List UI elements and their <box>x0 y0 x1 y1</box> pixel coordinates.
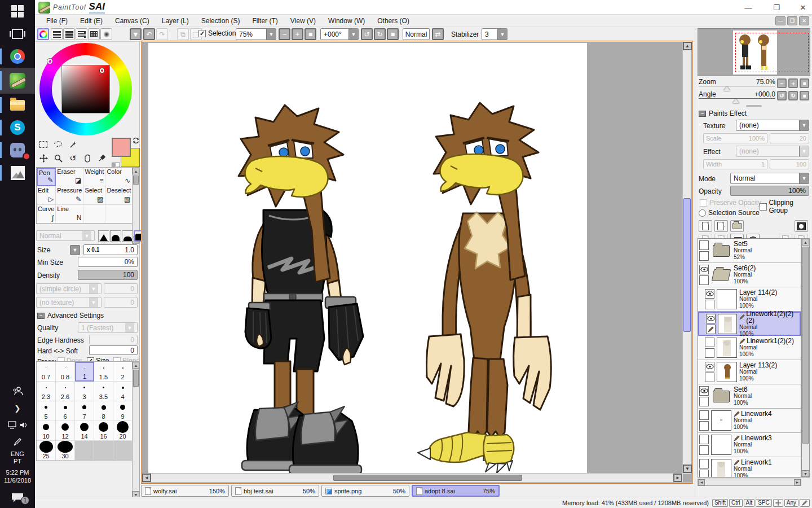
navigator[interactable] <box>698 28 810 76</box>
swatches-toggle[interactable] <box>88 28 100 40</box>
layer-set-Set62[interactable]: Set6(2)Normal100% <box>698 263 801 287</box>
zoom-slider[interactable] <box>699 86 775 86</box>
foreground-color-swatch[interactable] <box>112 138 131 157</box>
brush-size-25[interactable]: 25 <box>37 441 56 461</box>
chevron-down-icon[interactable]: ▼ <box>799 120 809 130</box>
layer-checkbox[interactable] <box>699 421 709 431</box>
doc-tab-bbj-test-sai[interactable]: bbj test.sai50% <box>231 485 319 497</box>
brush-size-4[interactable]: 4 <box>113 382 133 401</box>
size-bar[interactable]: x 0.1 1.0 <box>83 244 138 255</box>
tool-pen[interactable]: Pen✎ <box>37 168 56 186</box>
zoom-tool[interactable] <box>51 151 65 165</box>
brush-size-16[interactable]: 16 <box>94 421 113 441</box>
rgb-slider-toggle[interactable] <box>51 28 63 40</box>
lasso-tool[interactable] <box>51 138 65 151</box>
advanced-settings-header[interactable]: − Advanced Settings <box>37 312 104 319</box>
taskbar-discord[interactable] <box>0 139 35 161</box>
tip-sharp-button[interactable] <box>98 230 109 242</box>
panel-grip[interactable] <box>746 105 762 107</box>
zoom-combo[interactable]: 75% ▼ <box>236 28 276 40</box>
brush-size-5[interactable]: 5 <box>37 401 56 421</box>
tool-eraser[interactable]: Eraser◪ <box>56 168 83 186</box>
flip-horizontal-button[interactable]: ⇄ <box>432 28 444 40</box>
brush-size-1.5[interactable]: 1.5 <box>94 362 113 382</box>
nav-zoom-out-button[interactable]: − <box>777 78 787 88</box>
layer-visibility-checkbox[interactable] <box>705 362 714 371</box>
menu-layer[interactable]: Layer (L) <box>156 16 195 26</box>
task-view-button[interactable] <box>0 23 35 45</box>
scratchpad-toggle[interactable] <box>100 28 112 40</box>
menu-selection[interactable]: Selection (S) <box>196 16 246 26</box>
key-move-icon[interactable] <box>773 499 783 507</box>
language-indicator[interactable]: ENG PT <box>11 450 24 465</box>
key-ctrl[interactable]: Ctrl <box>729 499 743 507</box>
brush-texture-combo[interactable]: (no texture) ▼ <box>36 297 102 308</box>
brush-size-3.5[interactable]: 3.5 <box>94 382 113 401</box>
layer-visibility-checkbox[interactable] <box>705 338 714 347</box>
canvas-vertical-scrollbar[interactable]: ▲ ▼ <box>682 41 691 474</box>
window-restore-button[interactable]: ❐ <box>764 0 789 15</box>
brush-size-6[interactable]: 6 <box>56 401 75 421</box>
scroll-up-icon[interactable]: ▲ <box>683 42 692 50</box>
clipping-group-option[interactable]: Clipping Group <box>760 199 812 214</box>
selection-move-button[interactable]: ⧉ <box>177 28 189 40</box>
texture-combo[interactable]: (none) ▼ <box>736 120 809 131</box>
layer-visibility-checkbox[interactable] <box>699 265 709 274</box>
nav-zoom-in-button[interactable]: ＋ <box>788 78 798 88</box>
brush-size-2.6[interactable]: 2.6 <box>56 382 75 401</box>
layer-checkbox[interactable] <box>705 373 714 382</box>
color-mixer-toggle[interactable] <box>76 28 87 40</box>
sai-titlebar[interactable]: PaintTool SAI — ❐ ✕ <box>35 0 812 15</box>
rotate-cw-button[interactable]: ↻ <box>374 28 386 40</box>
preserve-opacity-option[interactable]: Preserve Opacity <box>700 199 761 207</box>
density-bar[interactable]: 100 <box>78 270 138 280</box>
pen-input-button[interactable] <box>0 433 35 450</box>
color-wheel-toggle[interactable] <box>37 28 49 40</box>
collapse-icon[interactable]: − <box>37 313 45 319</box>
tip-soft-button[interactable] <box>122 230 133 242</box>
menu-edit[interactable]: Edit (E) <box>74 16 108 26</box>
tool-curve[interactable]: Curve∫ <box>37 205 56 224</box>
layers-scrollbar[interactable]: ▲ ▼ <box>801 238 810 478</box>
magic-wand-tool[interactable] <box>65 138 80 151</box>
rect-select-tool[interactable] <box>36 138 51 151</box>
brush-size-1[interactable]: 1 <box>75 362 94 382</box>
nav-rotate-reset-button[interactable]: ■ <box>800 91 809 100</box>
menu-view[interactable]: View (V) <box>285 16 321 26</box>
canvas-hscroll-thumb[interactable] <box>333 475 522 481</box>
panel-close-button[interactable]: ✕ <box>799 16 809 25</box>
paints-effect-header[interactable]: − Paints Effect <box>699 110 747 117</box>
new-layer-button[interactable] <box>699 220 712 232</box>
new-layer-set-button[interactable] <box>730 220 744 232</box>
layer-visibility-checkbox[interactable] <box>699 459 709 468</box>
rotate-view-tool[interactable]: ↺ <box>65 151 80 165</box>
layers-hscrollbar[interactable]: ◄ ► <box>698 479 801 486</box>
hue-selector[interactable] <box>47 59 52 64</box>
menu-window[interactable]: Window (W) <box>323 16 370 26</box>
layer-visibility-checkbox[interactable] <box>699 386 709 396</box>
undo-button[interactable]: ↶ <box>143 28 155 40</box>
quality-combo[interactable]: 1 (Fastest) ▼ <box>78 322 138 333</box>
people-button[interactable] <box>0 383 35 400</box>
texture-amount-bar[interactable]: 20 <box>770 133 809 143</box>
layer-visibility-checkbox[interactable] <box>705 289 714 299</box>
menu-canvas[interactable]: Canvas (C) <box>109 16 155 26</box>
layer-Linework1222[interactable]: Linework1(2)(2)(2)Normal100% <box>698 312 801 336</box>
taskbar-clock[interactable]: 5:22 PM 11/6/2018 <box>4 468 31 484</box>
layer-Linework4[interactable]: Linework4Normal100% <box>698 409 801 433</box>
layer-checkbox[interactable] <box>699 251 709 261</box>
new-linework-layer-button[interactable] <box>714 220 728 232</box>
zoom-reset-button[interactable]: ■ <box>304 28 316 40</box>
hard-soft-bar[interactable]: 0 <box>89 345 138 355</box>
nav-rotate-ccw-button[interactable]: ↺ <box>777 91 787 100</box>
chevron-down-icon[interactable]: ▼ <box>799 173 809 183</box>
tool-edit[interactable]: Edit▷ <box>37 186 56 205</box>
saturation-selector[interactable] <box>100 68 104 73</box>
chevron-down-icon[interactable]: ▼ <box>266 29 276 40</box>
texture-scale-bar[interactable]: Scale 100% <box>703 133 767 143</box>
size-grid-scrollbar[interactable]: ▲ ▼ <box>132 361 140 498</box>
chevron-down-icon[interactable]: ▼ <box>497 29 507 40</box>
brush-size-3[interactable]: 3 <box>75 382 94 401</box>
layer-checkbox[interactable] <box>699 470 709 478</box>
layer-visibility-checkbox[interactable] <box>699 240 709 250</box>
